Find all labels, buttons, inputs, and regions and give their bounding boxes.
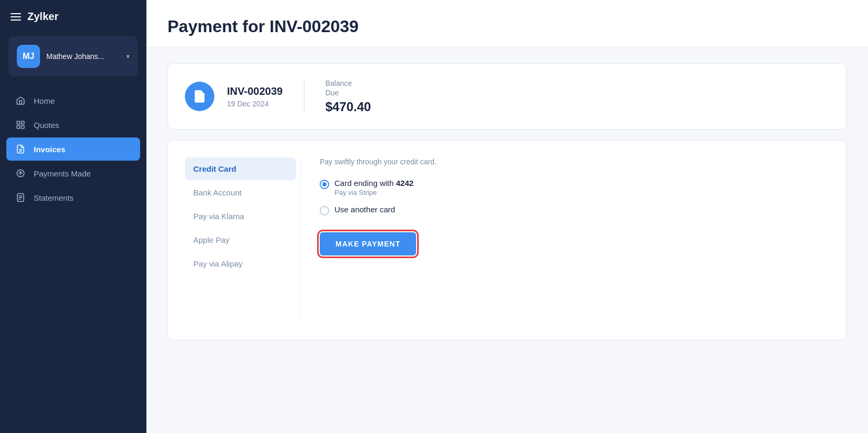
radio-another-card-main: Use another card [334, 205, 395, 214]
radio-option-existing-card[interactable]: Card ending with 4242 Pay via Stripe [320, 179, 811, 196]
radio-existing-card-sub: Pay via Stripe [334, 189, 413, 196]
invoice-number: INV-002039 [227, 85, 283, 97]
page-header: Payment for INV-002039 [146, 0, 868, 47]
sidebar-item-statements[interactable]: Statements [6, 186, 140, 209]
invoice-icon-circle [185, 82, 214, 111]
radio-another-card-label: Use another card [334, 205, 395, 214]
svg-rect-2 [17, 126, 19, 129]
invoice-card: INV-002039 19 Dec 2024 BalanceDue $470.4… [167, 63, 847, 130]
sidebar-item-payments-made-label: Payments Made [34, 169, 91, 178]
sidebar-item-home[interactable]: Home [6, 89, 140, 112]
balance-amount: $470.40 [326, 100, 371, 114]
balance-section: BalanceDue $470.40 [326, 78, 371, 114]
make-payment-button[interactable]: MAKE PAYMENT [320, 232, 416, 255]
radio-existing-card-label: Card ending with 4242 Pay via Stripe [334, 179, 413, 196]
payment-method-bank-account[interactable]: Bank Account [185, 181, 296, 204]
radio-existing-card-main: Card ending with 4242 [334, 179, 413, 188]
sidebar-item-payments-made[interactable]: Payments Made [6, 162, 140, 185]
sidebar-item-quotes-label: Quotes [34, 121, 59, 130]
sidebar-item-quotes[interactable]: Quotes [6, 113, 140, 136]
payment-method-klarna[interactable]: Pay via Klarna [185, 205, 296, 228]
svg-rect-1 [22, 121, 24, 124]
avatar: MJ [17, 45, 40, 68]
svg-rect-0 [17, 121, 19, 124]
page-content: INV-002039 19 Dec 2024 BalanceDue $470.4… [146, 47, 868, 356]
invoice-doc-icon [192, 89, 207, 104]
main-content: Payment for INV-002039 INV-002039 19 Dec… [146, 0, 868, 433]
sidebar: Zylker MJ Mathew Johans... ▾ Home Quotes [0, 0, 146, 433]
payment-method-detail: Pay swiftly through your credit card. Ca… [301, 158, 830, 323]
radio-another-card-input[interactable] [320, 206, 329, 215]
house-icon [15, 96, 26, 105]
invoice-date: 19 Dec 2024 [227, 100, 283, 108]
sidebar-brand: Zylker [27, 11, 58, 23]
document-icon [15, 193, 26, 202]
sidebar-header: Zylker [0, 0, 146, 31]
radio-option-another-card[interactable]: Use another card [320, 205, 811, 215]
payment-method-apple-pay[interactable]: Apple Pay [185, 229, 296, 251]
payment-method-alipay[interactable]: Pay via Alipay [185, 252, 296, 275]
user-section[interactable]: MJ Mathew Johans... ▾ [8, 36, 138, 76]
upload-icon [15, 169, 26, 178]
payment-method-credit-card[interactable]: Credit Card [185, 158, 296, 180]
sidebar-item-statements-label: Statements [34, 193, 74, 202]
user-name: Mathew Johans... [46, 52, 120, 61]
payment-method-desc: Pay swiftly through your credit card. [320, 158, 811, 166]
balance-label: BalanceDue [326, 78, 371, 97]
sidebar-nav: Home Quotes Invoices Pa [0, 89, 146, 209]
card-last-four: 4242 [396, 179, 413, 188]
page-title: Payment for INV-002039 [167, 17, 847, 36]
payment-methods-list: Credit Card Bank Account Pay via Klarna … [185, 158, 301, 323]
radio-group: Card ending with 4242 Pay via Stripe Use… [320, 179, 811, 215]
hamburger-icon[interactable] [11, 13, 21, 21]
grid-icon [15, 120, 26, 130]
invoice-divider [304, 81, 304, 112]
radio-existing-card-input[interactable] [320, 180, 329, 189]
file-icon [15, 144, 26, 154]
svg-rect-3 [22, 126, 24, 129]
payment-card: Credit Card Bank Account Pay via Klarna … [167, 140, 847, 340]
sidebar-item-invoices[interactable]: Invoices [6, 137, 140, 161]
sidebar-item-home-label: Home [34, 96, 55, 105]
sidebar-item-invoices-label: Invoices [34, 145, 65, 154]
invoice-details: INV-002039 19 Dec 2024 [227, 85, 283, 108]
chevron-down-icon: ▾ [126, 53, 130, 60]
